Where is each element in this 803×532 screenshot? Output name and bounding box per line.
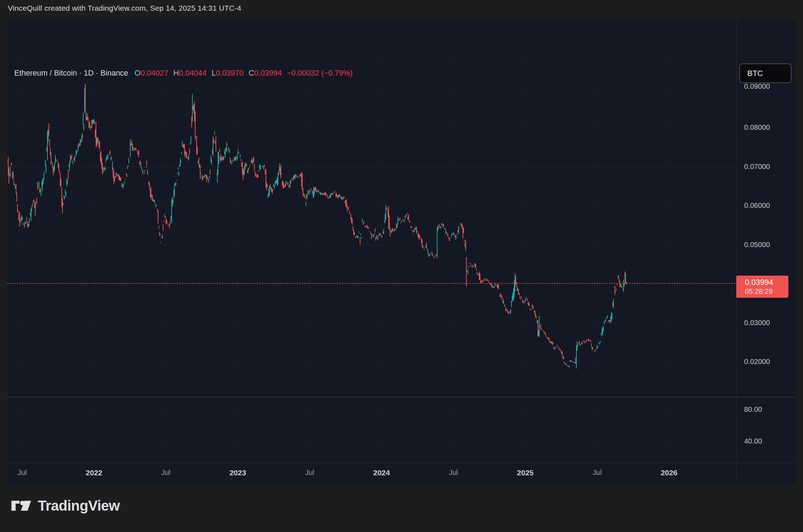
candle [610,321,610,323]
symbol-legend[interactable]: Ethereum / Bitcoin · 1D · BinanceO0.0402… [14,69,353,78]
candle [577,342,577,351]
candle [421,239,422,243]
candle [57,160,58,161]
candle [50,148,51,155]
candle [353,226,353,230]
legend-symbol-title[interactable]: Ethereum / Bitcoin · 1D · Binance [14,69,128,77]
candle [174,185,175,196]
candle [487,280,488,280]
candle [605,321,605,322]
indicator-axis-label: 80.00 [744,405,791,414]
candle [582,341,583,342]
candle [612,313,612,319]
candle [87,113,88,119]
candle [260,164,261,170]
time-axis[interactable]: Jul2022Jul2023Jul2024Jul2025Jul2026 [7,463,795,484]
candle [34,201,35,208]
candle [395,228,396,229]
currency-toggle-button[interactable]: BTC [739,63,792,83]
candle [252,161,253,164]
candle [499,288,500,289]
candle [243,168,243,180]
candle [98,138,99,142]
candle [603,326,604,331]
candle [237,154,238,160]
candle [515,276,516,284]
candle [123,184,123,188]
candle [153,200,153,201]
candle [269,186,270,196]
candle [572,361,573,362]
candle [246,164,247,166]
candle [346,199,347,207]
candle [365,227,365,227]
candle [579,341,580,345]
candle [101,151,101,163]
plot-area[interactable] [7,20,736,463]
candle [361,237,362,239]
candle [278,173,278,184]
candle [21,216,22,220]
candle [335,194,336,197]
candle [392,228,393,232]
candle [294,176,295,178]
candle [552,342,553,345]
candle [530,309,531,310]
tradingview-logo[interactable]: TradingView [11,501,120,511]
candle [467,271,468,272]
candle [385,214,385,222]
candlestick-series[interactable] [7,20,736,463]
candle [250,164,251,165]
time-axis-label: 2026 [651,469,687,477]
candle [193,105,194,114]
candle [277,178,278,186]
candle [399,219,400,220]
candle [40,190,41,191]
candle [284,186,285,187]
candle [72,161,73,163]
candle [172,198,173,206]
candle [198,158,199,166]
candle [623,280,624,292]
candle [123,185,124,185]
candle [134,148,135,149]
candle [11,163,11,165]
candle [447,234,448,235]
candle [318,190,318,192]
candle [593,352,594,352]
candle [584,341,585,342]
candle [139,162,140,165]
candle [225,149,226,158]
candle [232,162,233,162]
candle [352,219,353,224]
candle [422,240,423,247]
candle [157,209,158,211]
candle [367,226,368,229]
candle [358,236,358,239]
candle [390,231,391,231]
candle [388,207,389,228]
candle [323,194,323,195]
candle [88,118,89,121]
candle [453,233,453,234]
candle [534,310,535,313]
candle [222,157,223,160]
candle [382,236,383,237]
candle [562,356,563,359]
candle [501,296,502,299]
candle [327,195,328,197]
candle [458,226,459,233]
candle [453,233,454,234]
candle [567,365,568,366]
candle [113,168,113,178]
candle [156,206,157,206]
candle [618,275,619,279]
candle [186,152,186,157]
candle [331,193,332,194]
candle [81,140,81,142]
price-axis[interactable]: 0.090000.080000.070000.060000.050000.030… [736,20,795,463]
candle [376,235,377,238]
candle [258,170,259,172]
candle [373,236,373,236]
candle [301,174,301,175]
